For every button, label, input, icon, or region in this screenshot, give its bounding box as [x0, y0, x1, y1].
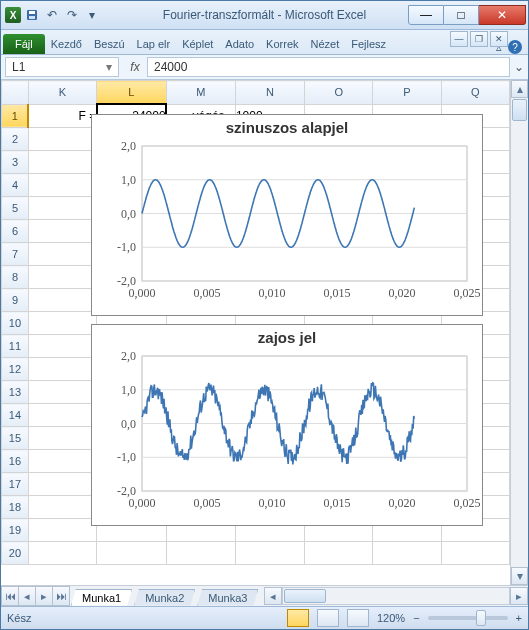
cell[interactable]	[28, 450, 96, 473]
scroll-thumb[interactable]	[512, 99, 527, 121]
column-header[interactable]: O	[305, 81, 373, 105]
ribbon-tab[interactable]: Adato	[219, 34, 260, 54]
row-header[interactable]: 14	[2, 404, 29, 427]
column-header[interactable]: P	[373, 81, 441, 105]
cell[interactable]	[166, 542, 235, 565]
fx-icon[interactable]: fx	[123, 60, 147, 74]
cell[interactable]	[28, 289, 96, 312]
column-header[interactable]: L	[97, 81, 166, 105]
ribbon-tab[interactable]: Beszú	[88, 34, 131, 54]
tab-next-icon[interactable]: ▸	[35, 586, 53, 606]
row-header[interactable]: 15	[2, 427, 29, 450]
column-header[interactable]: Q	[441, 81, 509, 105]
redo-icon[interactable]: ↷	[63, 6, 81, 24]
scroll-left-icon[interactable]: ◂	[264, 587, 282, 605]
sheet-tab[interactable]: Munka1	[71, 589, 132, 606]
doc-restore-button[interactable]: ❐	[470, 31, 488, 47]
cell[interactable]	[441, 542, 509, 565]
formula-expand-icon[interactable]: ⌄	[514, 60, 528, 74]
chart-noisy[interactable]: zajos jel 2,01,00,0-1,0-2,00,0000,0050,0…	[91, 324, 483, 526]
ribbon-tab[interactable]: Lap elr	[131, 34, 177, 54]
cell[interactable]	[28, 335, 96, 358]
cell[interactable]	[373, 542, 441, 565]
zoom-thumb[interactable]	[476, 610, 486, 626]
zoom-out-button[interactable]: −	[413, 612, 419, 624]
cell[interactable]	[28, 473, 96, 496]
sheet-tab[interactable]: Munka2	[134, 589, 195, 606]
row-header[interactable]: 8	[2, 266, 29, 289]
cell[interactable]	[28, 404, 96, 427]
name-box[interactable]: L1 ▾	[5, 57, 119, 77]
row-header[interactable]: 3	[2, 151, 29, 174]
cell[interactable]	[28, 381, 96, 404]
doc-close-button[interactable]: ✕	[490, 31, 508, 47]
row-header[interactable]: 10	[2, 312, 29, 335]
row-header[interactable]: 7	[2, 243, 29, 266]
column-header[interactable]: K	[28, 81, 96, 105]
cell[interactable]	[28, 174, 96, 197]
row-header[interactable]: 16	[2, 450, 29, 473]
formula-input[interactable]: 24000	[147, 57, 510, 77]
cell[interactable]	[28, 496, 96, 519]
cell[interactable]	[28, 358, 96, 381]
qat-dropdown-icon[interactable]: ▾	[83, 6, 101, 24]
row-header[interactable]: 6	[2, 220, 29, 243]
close-button[interactable]: ✕	[479, 5, 526, 25]
undo-icon[interactable]: ↶	[43, 6, 61, 24]
ribbon-tab[interactable]: Fejlesz	[345, 34, 392, 54]
zoom-slider[interactable]	[428, 616, 508, 620]
row-header[interactable]: 19	[2, 519, 29, 542]
cell[interactable]	[235, 542, 304, 565]
row-header[interactable]: 20	[2, 542, 29, 565]
ribbon-tab[interactable]: Korrek	[260, 34, 304, 54]
view-normal-button[interactable]	[287, 609, 309, 627]
scroll-track[interactable]	[282, 587, 510, 605]
cell[interactable]	[28, 312, 96, 335]
cell[interactable]	[28, 151, 96, 174]
cell[interactable]	[28, 243, 96, 266]
row-header[interactable]: 11	[2, 335, 29, 358]
zoom-in-button[interactable]: +	[516, 612, 522, 624]
file-tab[interactable]: Fájl	[3, 34, 45, 54]
cell[interactable]	[305, 542, 373, 565]
row-header[interactable]: 2	[2, 128, 29, 151]
view-pagebreak-button[interactable]	[347, 609, 369, 627]
minimize-button[interactable]: —	[408, 5, 444, 25]
cell[interactable]	[28, 542, 96, 565]
app-icon[interactable]: X	[5, 7, 21, 23]
cell[interactable]	[28, 427, 96, 450]
ribbon-tab[interactable]: Kezdő	[45, 34, 88, 54]
ribbon-tab[interactable]: Képlet	[176, 34, 219, 54]
chart-sine[interactable]: szinuszos alapjel 2,01,00,0-1,0-2,00,000…	[91, 114, 483, 316]
name-box-dropdown-icon[interactable]: ▾	[106, 60, 112, 74]
column-header[interactable]: N	[235, 81, 304, 105]
cell[interactable]	[28, 128, 96, 151]
row-header[interactable]: 18	[2, 496, 29, 519]
tab-last-icon[interactable]: ⏭	[52, 586, 70, 606]
cell[interactable]	[28, 519, 96, 542]
cell[interactable]	[28, 220, 96, 243]
tab-first-icon[interactable]: ⏮	[1, 586, 19, 606]
ribbon-tab[interactable]: Nézet	[305, 34, 346, 54]
maximize-button[interactable]: □	[444, 5, 479, 25]
sheet-tab[interactable]: Munka3	[197, 589, 258, 606]
row-header[interactable]: 4	[2, 174, 29, 197]
cell[interactable]	[28, 266, 96, 289]
view-layout-button[interactable]	[317, 609, 339, 627]
horizontal-scrollbar[interactable]: ◂ ▸	[264, 587, 528, 605]
help-icon[interactable]: ?	[508, 40, 522, 54]
row-header[interactable]: 12	[2, 358, 29, 381]
select-all-corner[interactable]	[2, 81, 29, 105]
doc-minimize-button[interactable]: —	[450, 31, 468, 47]
scroll-track[interactable]	[511, 122, 528, 567]
vertical-scrollbar[interactable]: ▴ ▾	[510, 80, 528, 585]
scroll-thumb[interactable]	[284, 589, 326, 603]
row-header[interactable]: 5	[2, 197, 29, 220]
save-icon[interactable]	[23, 6, 41, 24]
row-header[interactable]: 17	[2, 473, 29, 496]
scroll-right-icon[interactable]: ▸	[510, 587, 528, 605]
cell[interactable]: F =	[28, 104, 96, 128]
tab-prev-icon[interactable]: ◂	[18, 586, 36, 606]
row-header[interactable]: 13	[2, 381, 29, 404]
cell[interactable]	[28, 197, 96, 220]
